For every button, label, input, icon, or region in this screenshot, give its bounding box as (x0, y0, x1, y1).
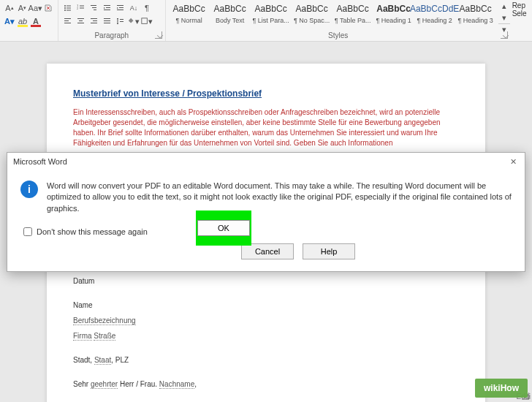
decrease-indent-button[interactable] (102, 2, 113, 14)
svg-rect-1 (66, 6, 71, 7)
ok-highlight: OK (196, 211, 251, 246)
svg-rect-16 (117, 5, 123, 6)
svg-rect-26 (93, 20, 97, 21)
svg-rect-24 (77, 23, 84, 23)
svg-point-2 (64, 7, 66, 9)
svg-rect-27 (91, 23, 97, 23)
svg-rect-23 (79, 20, 83, 21)
svg-rect-5 (66, 10, 71, 11)
shading-button[interactable]: ▾ (128, 15, 140, 27)
greeting-field: Sehr geehrter Herr / Frau. Nachname, (73, 379, 459, 390)
clear-formatting-button[interactable] (42, 2, 54, 14)
style-name: ¶ Heading 1 (376, 17, 411, 24)
numbering-button[interactable]: 12 (75, 2, 87, 14)
svg-rect-7 (80, 6, 84, 7)
svg-text:2: 2 (77, 7, 79, 10)
style-name: ¶ Normal (175, 17, 202, 24)
dont-show-checkbox-input[interactable] (23, 227, 32, 236)
style-name: ¶ Table Pa... (335, 17, 371, 24)
style---list-para---[interactable]: AaBbCc¶ List Para... (251, 0, 292, 31)
sort-button[interactable]: A↓ (128, 2, 140, 14)
dialog-message: Word will now convert your PDF to an edi… (47, 181, 512, 214)
styles-scroll-down[interactable]: ▾ (498, 12, 510, 23)
paragraph-label: Paragraph (58, 31, 165, 39)
styles-dialog-launcher[interactable] (501, 31, 508, 39)
svg-rect-32 (120, 21, 123, 22)
svg-rect-9 (80, 8, 84, 9)
dialog-title: Microsoft Word (13, 157, 67, 166)
svg-rect-18 (117, 10, 123, 10)
grow-font-button[interactable]: A▴ (4, 2, 15, 14)
shrink-font-button[interactable]: A▾ (17, 2, 28, 14)
style-gallery[interactable]: AaBbCc¶ NormalAaBbCcBody TextAaBbCc¶ Lis… (169, 0, 496, 31)
ok-button[interactable]: OK (197, 220, 250, 236)
borders-button[interactable]: ▾ (141, 15, 153, 27)
svg-rect-22 (77, 18, 84, 19)
style-name: ¶ Heading 2 (417, 17, 452, 24)
change-case-button[interactable]: Aa▾ (29, 2, 41, 14)
style---table-pa---[interactable]: AaBbCc¶ Table Pa... (332, 0, 373, 31)
replace-button[interactable]: Rep (512, 1, 531, 10)
justify-button[interactable] (102, 15, 113, 27)
svg-rect-21 (64, 23, 71, 23)
svg-rect-11 (92, 7, 96, 8)
ribbon: A▴ A▾ Aa▾ A▾ ab A 12 A↓ ¶ ▾ (0, 0, 532, 42)
svg-rect-25 (91, 18, 97, 19)
svg-rect-20 (64, 20, 69, 21)
style-preview: AaBbCc (255, 2, 287, 15)
document-title: Musterbrief von Interesse / Prospektions… (73, 87, 459, 100)
svg-rect-28 (104, 18, 110, 19)
svg-rect-17 (119, 7, 123, 8)
svg-rect-29 (104, 20, 110, 21)
svg-rect-10 (91, 5, 96, 6)
svg-rect-14 (106, 7, 110, 8)
select-button[interactable]: Sele (512, 10, 531, 18)
align-center-button[interactable] (75, 15, 87, 27)
align-right-button[interactable] (88, 15, 100, 27)
svg-rect-3 (66, 8, 71, 9)
align-left-button[interactable] (62, 15, 74, 27)
intro-paragraph: Ein Interessensschreiben, auch als Prosp… (73, 107, 459, 148)
style-preview: AaBbCc (296, 2, 328, 15)
dialog-titlebar: Microsoft Word ✕ (7, 153, 525, 170)
style---no-spac---[interactable]: AaBbCc¶ No Spac... (292, 0, 332, 31)
style-preview: AaBbCc (376, 2, 411, 15)
style---heading-1[interactable]: AaBbCc¶ Heading 1 (373, 0, 414, 31)
style---normal[interactable]: AaBbCc¶ Normal (169, 0, 210, 31)
svg-rect-30 (104, 23, 110, 23)
bullets-button[interactable] (62, 2, 74, 14)
style---heading-2[interactable]: AaBbCcDdE¶ Heading 2 (414, 0, 455, 31)
line-spacing-button[interactable] (115, 15, 126, 27)
styles-scroll-up[interactable]: ▴ (498, 0, 510, 12)
dialog-close-button[interactable]: ✕ (507, 156, 519, 167)
svg-rect-19 (64, 18, 71, 19)
show-marks-button[interactable]: ¶ (141, 2, 153, 14)
svg-point-4 (64, 10, 66, 11)
style---heading-3[interactable]: AaBbCc¶ Heading 3 (455, 0, 496, 31)
style-name: ¶ No Spac... (294, 17, 330, 24)
style-preview: AaBbCc (214, 2, 246, 15)
svg-rect-15 (104, 10, 110, 10)
style-body-text[interactable]: AaBbCcBody Text (210, 0, 251, 31)
highlight-button[interactable]: ab (17, 15, 28, 27)
dont-show-checkbox[interactable]: Don't show this message again (23, 227, 512, 236)
beruf-field: Berufsbezeichnung (73, 315, 459, 326)
style-preview: AaBbCc (460, 2, 492, 15)
paragraph-dialog-launcher[interactable] (155, 31, 162, 39)
datum-field: Datum (73, 276, 459, 287)
svg-point-0 (64, 5, 66, 7)
svg-rect-33 (142, 18, 148, 23)
dont-show-label: Don't show this message again (37, 227, 148, 236)
text-effects-button[interactable]: A▾ (4, 15, 15, 27)
multilevel-list-button[interactable] (88, 2, 100, 14)
svg-rect-12 (94, 10, 96, 10)
font-group: A▴ A▾ Aa▾ A▾ ab A (0, 0, 58, 41)
style-preview: AaBbCcDdE (410, 2, 459, 15)
increase-indent-button[interactable] (115, 2, 126, 14)
help-button[interactable]: Help (303, 243, 355, 259)
style-preview: AaBbCc (337, 2, 369, 15)
cancel-button[interactable]: Cancel (241, 243, 294, 259)
font-color-button[interactable]: A (30, 15, 42, 27)
styles-label: Styles (166, 31, 511, 39)
firma-field: Firma Straße (73, 330, 459, 341)
